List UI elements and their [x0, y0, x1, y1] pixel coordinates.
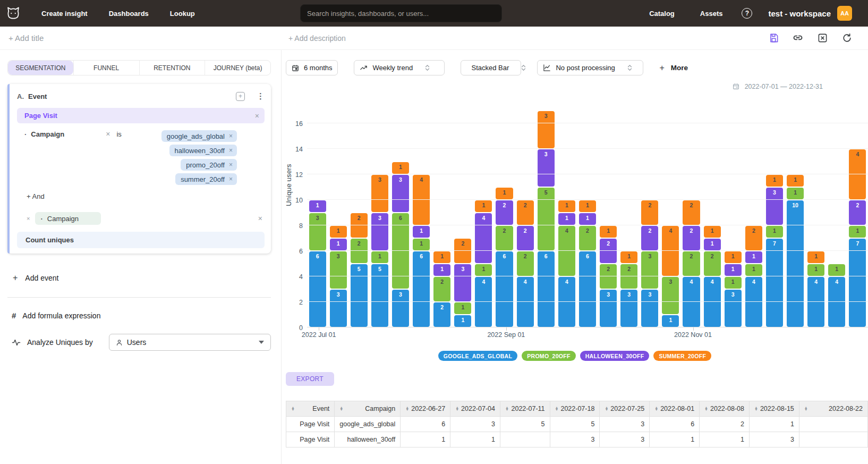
- bar-segment-google_ads_global[interactable]: 5: [351, 264, 368, 327]
- legend-pill-google_ads_global[interactable]: GOOGLE_ADS_GLOBAL: [438, 351, 517, 361]
- nav-lookup[interactable]: Lookup: [170, 10, 195, 18]
- search-input[interactable]: [300, 4, 502, 22]
- sort-icon[interactable]: ▲▼: [455, 407, 459, 411]
- stacked-bar[interactable]: 4222: [515, 199, 535, 327]
- sort-icon[interactable]: ▲▼: [704, 407, 708, 411]
- bar-segment-promo_20off[interactable]: 1: [413, 239, 430, 250]
- bar-segment-google_ads_global[interactable]: 5: [371, 264, 388, 327]
- sort-icon[interactable]: ▲▼: [654, 407, 658, 411]
- stacked-bar[interactable]: 631: [307, 199, 328, 327]
- bar-segment-promo_20off[interactable]: 1: [849, 226, 866, 238]
- sort-icon[interactable]: ▲▼: [754, 407, 758, 411]
- bar-segment-summer_20off[interactable]: 1: [787, 175, 804, 187]
- stacked-bar[interactable]: 1132: [453, 238, 473, 327]
- nav-create-insight[interactable]: Create insight: [41, 10, 88, 18]
- bar-segment-summer_20off[interactable]: 2: [641, 200, 658, 225]
- event-selector[interactable]: Page Visit ×: [17, 108, 265, 123]
- bar-segment-summer_20off[interactable]: 1: [704, 226, 721, 238]
- stacked-bar[interactable]: 7124: [847, 148, 868, 327]
- date-range-button[interactable]: 6 months: [286, 60, 338, 75]
- bar-segment-promo_20off[interactable]: 1: [725, 277, 742, 289]
- bar-segment-halloween_30off[interactable]: 2: [600, 239, 617, 263]
- sort-icon[interactable]: ▲▼: [605, 407, 608, 411]
- stacked-bar[interactable]: 411: [806, 250, 827, 327]
- bar-segment-halloween_30off[interactable]: 1: [433, 264, 450, 276]
- workspace-name[interactable]: test - workspace: [768, 9, 831, 18]
- bar-segment-promo_20off[interactable]: 2: [496, 226, 513, 250]
- bar-segment-halloween_30off[interactable]: 3: [371, 213, 388, 250]
- add-event-button[interactable]: + Add event: [7, 273, 271, 283]
- bar-segment-google_ads_global[interactable]: 3: [600, 290, 617, 327]
- stacked-bar[interactable]: 321: [619, 250, 640, 327]
- bar-segment-halloween_30off[interactable]: 1: [745, 251, 762, 263]
- add-and-filter-button[interactable]: + And: [17, 192, 265, 200]
- bar-segment-halloween_30off[interactable]: 3: [392, 175, 409, 212]
- bar-segment-promo_20off[interactable]: 1: [475, 264, 492, 276]
- export-button[interactable]: EXPORT: [286, 372, 334, 386]
- tab-journey[interactable]: JOURNEY (beta): [205, 61, 270, 75]
- bar-segment-google_ads_global[interactable]: 1: [454, 315, 471, 327]
- stacked-bar[interactable]: 2211: [432, 250, 453, 327]
- stacked-bar[interactable]: 4222: [681, 199, 702, 327]
- bar-segment-google_ads_global[interactable]: 3: [641, 290, 658, 327]
- bar-segment-promo_20off[interactable]: 1: [766, 226, 783, 238]
- stacked-bar[interactable]: 3322: [640, 199, 660, 327]
- tab-segmentation[interactable]: SEGMENTATION: [8, 61, 73, 75]
- bar-segment-google_ads_global[interactable]: 4: [745, 277, 762, 327]
- bar-segment-halloween_30off[interactable]: 1: [413, 226, 430, 238]
- nav-assets[interactable]: Assets: [700, 10, 723, 18]
- trend-select[interactable]: Weekly trend: [354, 60, 445, 75]
- stacked-bar[interactable]: 41: [827, 263, 847, 327]
- refresh-icon[interactable]: [841, 32, 852, 43]
- bar-segment-summer_20off[interactable]: 4: [849, 149, 866, 199]
- filter-value-tag[interactable]: halloween_30off×: [169, 145, 237, 156]
- bar-segment-halloween_30off[interactable]: 1: [725, 264, 742, 276]
- bar-segment-halloween_30off[interactable]: 2: [496, 200, 513, 225]
- bar-segment-google_ads_global[interactable]: 10: [787, 200, 804, 327]
- bar-segment-summer_20off[interactable]: 1: [725, 251, 742, 263]
- app-logo-cat-icon[interactable]: [5, 5, 21, 21]
- stacked-bar[interactable]: 6211: [577, 199, 598, 327]
- legend-pill-promo_20off[interactable]: PROMO_20OFF: [522, 351, 575, 361]
- bar-segment-promo_20off[interactable]: 1: [807, 264, 824, 276]
- bar-segment-halloween_30off[interactable]: 2: [683, 226, 700, 250]
- bar-segment-summer_20off[interactable]: 2: [745, 226, 762, 250]
- bar-segment-google_ads_global[interactable]: 7: [766, 239, 783, 327]
- filter-value-tag[interactable]: google_ads_global×: [161, 130, 237, 142]
- table-header-cell[interactable]: ▲▼Event: [286, 401, 335, 417]
- bar-segment-google_ads_global[interactable]: 6: [496, 251, 513, 327]
- breakdown-chip[interactable]: · Campaign: [35, 212, 101, 225]
- tab-retention[interactable]: RETENTION: [139, 61, 205, 75]
- bar-segment-summer_20off[interactable]: 1: [600, 226, 617, 238]
- nav-dashboards[interactable]: Dashboards: [109, 10, 149, 18]
- bar-segment-summer_20off[interactable]: 3: [538, 111, 555, 148]
- bar-segment-google_ads_global[interactable]: 6: [309, 251, 326, 327]
- bar-segment-promo_20off[interactable]: 2: [683, 251, 700, 276]
- bar-segment-summer_20off[interactable]: 1: [579, 200, 596, 212]
- bar-segment-google_ads_global[interactable]: 3: [330, 290, 347, 327]
- bar-segment-google_ads_global[interactable]: 4: [704, 277, 721, 327]
- remove-tag-icon[interactable]: ×: [229, 147, 233, 154]
- bar-segment-google_ads_global[interactable]: 4: [558, 277, 575, 327]
- filter-property[interactable]: Campaign: [31, 130, 64, 185]
- stacked-bar[interactable]: 6221: [494, 187, 515, 327]
- bar-segment-halloween_30off[interactable]: 2: [517, 226, 534, 250]
- stacked-bar[interactable]: 4411: [556, 199, 577, 327]
- add-description-button[interactable]: + Add description: [288, 34, 346, 43]
- bar-segment-summer_20off[interactable]: 1: [620, 251, 637, 263]
- bar-segment-promo_20off[interactable]: 3: [330, 251, 347, 289]
- bar-segment-promo_20off[interactable]: 1: [745, 264, 762, 276]
- bar-segment-promo_20off[interactable]: 5: [538, 188, 555, 250]
- bar-segment-summer_20off[interactable]: 1: [766, 175, 783, 187]
- sort-icon[interactable]: ▲▼: [339, 407, 343, 411]
- bar-segment-google_ads_global[interactable]: 1: [662, 315, 679, 327]
- add-formula-button[interactable]: # Add formula expression: [7, 311, 271, 320]
- bar-segment-summer_20off[interactable]: 1: [475, 200, 492, 212]
- bar-segment-halloween_30off[interactable]: 1: [579, 213, 596, 225]
- avatar[interactable]: AA: [837, 6, 852, 21]
- bar-segment-summer_20off[interactable]: 2: [351, 213, 368, 238]
- bar-segment-summer_20off[interactable]: 2: [683, 200, 700, 225]
- more-options-button[interactable]: + More: [659, 63, 688, 73]
- bar-segment-promo_20off[interactable]: 2: [704, 251, 721, 276]
- table-header-cell[interactable]: ▲▼Campaign: [335, 401, 401, 417]
